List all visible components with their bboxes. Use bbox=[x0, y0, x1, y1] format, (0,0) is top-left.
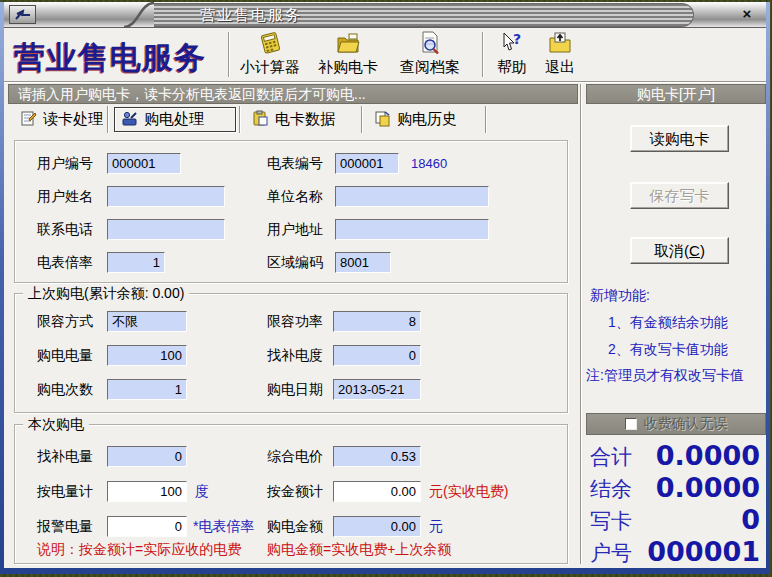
purchase-date-field[interactable] bbox=[333, 379, 421, 400]
area-code-field[interactable] bbox=[335, 252, 391, 273]
adjust-energy-field[interactable] bbox=[107, 446, 187, 467]
purchase-count-label: 购电次数 bbox=[37, 379, 93, 400]
meter-serial: 18460 bbox=[411, 153, 447, 174]
tab-read-card[interactable]: 读卡处理 bbox=[14, 107, 109, 132]
adjust-energy-label: 找补电量 bbox=[37, 446, 93, 467]
cancel-button[interactable]: 取消(C) bbox=[630, 237, 729, 264]
current-purchase-title: 本次购电 bbox=[23, 416, 89, 434]
confirm-label: 收费确认无误 bbox=[644, 415, 728, 433]
close-icon[interactable]: × bbox=[737, 5, 757, 23]
address-label: 用户地址 bbox=[267, 219, 323, 240]
doc-edit-icon bbox=[20, 110, 37, 130]
limit-power-label: 限容功率 bbox=[267, 311, 323, 332]
account-no-value: 000001 bbox=[647, 536, 760, 567]
folder-card-icon bbox=[310, 30, 386, 58]
features-title: 新增功能: bbox=[590, 287, 650, 305]
user-info-group: 用户编号 电表编号 18460 用户姓名 单位名称 联系电话 用户地址 电表倍率… bbox=[14, 140, 568, 283]
panel-divider bbox=[580, 84, 581, 564]
phone-label: 联系电话 bbox=[37, 219, 93, 240]
titlebar-curve bbox=[122, 2, 156, 28]
calculator-icon bbox=[232, 30, 308, 58]
help-icon: ? bbox=[490, 30, 534, 58]
tab-card-data[interactable]: 电卡数据 bbox=[246, 107, 341, 132]
write-card-label: 写卡 bbox=[590, 507, 632, 535]
toolbar: 营业售电服务 小计算器 补购电卡 查阅档案 bbox=[4, 28, 766, 82]
purchase-amount-label: 购电金额 bbox=[267, 516, 323, 537]
total-label: 合计 bbox=[590, 443, 632, 471]
limit-mode-field[interactable] bbox=[107, 311, 187, 332]
purchase-amount-field[interactable] bbox=[333, 516, 421, 537]
adjust-degree-field[interactable] bbox=[333, 345, 421, 366]
limit-power-field[interactable] bbox=[333, 311, 421, 332]
user-name-label: 用户姓名 bbox=[37, 186, 93, 207]
last-purchase-group: 上次购电(累计余额: 0.00) 限容方式 限容功率 购电电量 找补电度 购电次… bbox=[14, 293, 568, 413]
clipboard-icon bbox=[252, 110, 269, 130]
unit-price-field[interactable] bbox=[333, 446, 421, 467]
unit-price-label: 综合电价 bbox=[267, 446, 323, 467]
note-left: 说明：按金额计=实际应收的电费 bbox=[37, 541, 241, 559]
meter-rate-field[interactable] bbox=[107, 252, 165, 273]
unit-name-field[interactable] bbox=[335, 186, 489, 207]
toolbar-divider bbox=[482, 32, 483, 77]
balance-label: 结余 bbox=[590, 475, 632, 503]
by-energy-label: 按电量计 bbox=[37, 481, 93, 502]
purchase-energy-label: 购电电量 bbox=[37, 345, 93, 366]
limit-mode-label: 限容方式 bbox=[37, 311, 93, 332]
note-right: 购电金额=实收电费+上次余额 bbox=[267, 541, 451, 559]
tab-divider bbox=[107, 106, 108, 133]
confirm-bar: 收费确认无误 bbox=[586, 413, 766, 435]
calculator-button[interactable]: 小计算器 bbox=[232, 30, 308, 76]
purchase-terminal-icon bbox=[121, 110, 138, 130]
app-window: 营业售电服务 × 营业售电服务 小计算器 补购电卡 bbox=[4, 2, 766, 568]
account-no-label: 户号 bbox=[590, 539, 632, 567]
tab-divider bbox=[361, 106, 362, 133]
read-card-button[interactable]: 读购电卡 bbox=[630, 125, 729, 152]
unit-name-label: 单位名称 bbox=[267, 186, 323, 207]
meter-no-label: 电表编号 bbox=[267, 153, 323, 174]
app-logo-icon bbox=[9, 5, 36, 24]
current-purchase-group: 本次购电 找补电量 综合电价 按电量计 度 按金额计 元(实收电费) 报警电量 … bbox=[14, 424, 568, 564]
by-amount-field[interactable] bbox=[333, 481, 421, 502]
purchase-energy-field[interactable] bbox=[107, 345, 187, 366]
exit-button[interactable]: 退出 bbox=[538, 30, 582, 76]
meter-rate-label: 电表倍率 bbox=[37, 252, 93, 273]
window-frame: 营业售电服务 × 营业售电服务 小计算器 补购电卡 bbox=[0, 2, 770, 574]
search-document-icon bbox=[392, 30, 468, 58]
meter-no-field[interactable] bbox=[335, 153, 399, 174]
total-value: 0.0000 bbox=[656, 440, 760, 471]
page-title: 营业售电服务 bbox=[14, 37, 206, 79]
write-card-value: 0 bbox=[741, 504, 760, 535]
purchase-count-field[interactable] bbox=[107, 379, 187, 400]
user-no-field[interactable] bbox=[107, 153, 181, 174]
last-purchase-title: 上次购电(累计余额: 0.00) bbox=[23, 285, 189, 303]
purchase-date-label: 购电日期 bbox=[267, 379, 323, 400]
save-write-card-button: 保存写卡 bbox=[630, 182, 729, 209]
by-energy-unit: 度 bbox=[195, 481, 209, 502]
tab-strip: 读卡处理 购电处理 电卡数据 购电历史 bbox=[8, 106, 578, 133]
svg-text:?: ? bbox=[513, 31, 521, 47]
exit-icon bbox=[538, 30, 582, 58]
help-button[interactable]: ? 帮助 bbox=[490, 30, 534, 76]
phone-field[interactable] bbox=[107, 219, 225, 240]
title-bar[interactable]: 营业售电服务 × bbox=[4, 2, 766, 28]
repurchase-card-button[interactable]: 补购电卡 bbox=[310, 30, 386, 76]
alarm-energy-field[interactable] bbox=[107, 516, 187, 537]
purchase-card-panel-title: 购电卡[开户] bbox=[586, 84, 766, 104]
alarm-energy-note: *电表倍率 bbox=[193, 516, 254, 537]
tab-divider bbox=[485, 106, 486, 133]
alarm-energy-label: 报警电量 bbox=[37, 516, 93, 537]
tab-purchase-process[interactable]: 购电处理 bbox=[114, 107, 236, 132]
feature-item-1: 1、有金额结余功能 bbox=[608, 314, 728, 332]
by-energy-field[interactable] bbox=[107, 481, 187, 502]
adjust-degree-label: 找补电度 bbox=[267, 345, 323, 366]
user-name-field[interactable] bbox=[107, 186, 225, 207]
toolbar-divider bbox=[228, 32, 229, 77]
features-note: 注:管理员才有权改写卡值 bbox=[586, 367, 744, 385]
status-message: 请插入用户购电卡，读卡分析电表返回数据后才可购电... bbox=[8, 84, 578, 104]
tab-purchase-history[interactable]: 购电历史 bbox=[368, 107, 463, 132]
confirm-checkbox[interactable] bbox=[625, 418, 637, 430]
by-amount-unit: 元(实收电费) bbox=[429, 481, 508, 502]
address-field[interactable] bbox=[335, 219, 489, 240]
area-code-label: 区域编码 bbox=[267, 252, 323, 273]
view-archives-button[interactable]: 查阅档案 bbox=[392, 30, 468, 76]
